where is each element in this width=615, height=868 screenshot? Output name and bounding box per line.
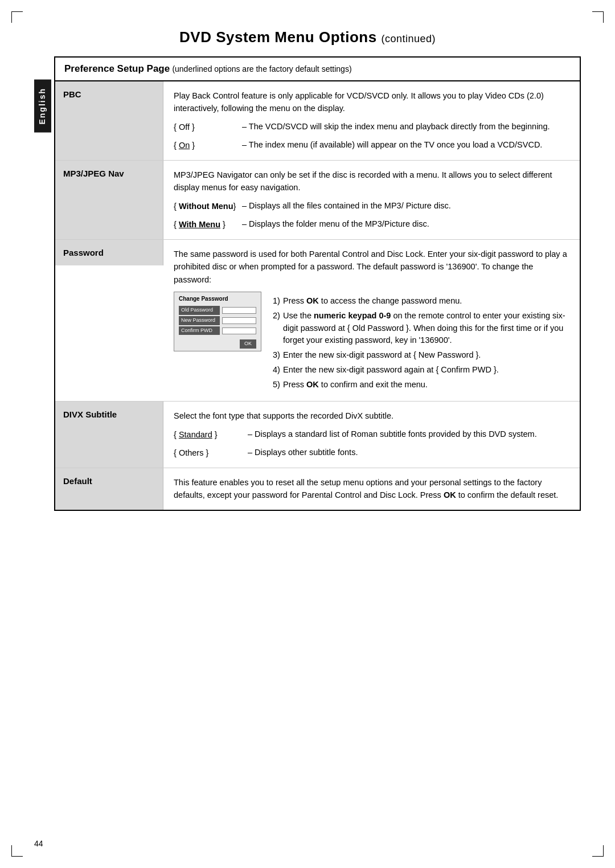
- pbc-sub-off: { Off } – The VCD/SVCD will skip the ind…: [174, 121, 569, 133]
- password-step-5: 5)Press OK to confirm and exit the menu.: [273, 379, 569, 391]
- option-label-password: Password: [55, 240, 163, 265]
- option-content-mp3jpeg: MP3/JPEG Navigator can only be set if th…: [163, 161, 580, 239]
- password-body: Change Password Old Password New Passwor…: [174, 292, 569, 393]
- option-row-divx: DIVX Subtitle Select the font type that …: [55, 402, 580, 468]
- password-ui-mock: Change Password Old Password New Passwor…: [174, 292, 261, 351]
- divx-sub-others: { Others } – Displays other subtitle fon…: [174, 447, 569, 459]
- option-row-pbc: PBC Play Back Control feature is only ap…: [55, 81, 580, 161]
- pwd-row-new: New Password: [179, 316, 256, 325]
- pbc-sub-on: { On } – The index menu (if available) w…: [174, 139, 569, 152]
- preference-header-title: Preference Setup Page: [64, 63, 170, 74]
- pbc-off-desc: – The VCD/SVCD will skip the index menu …: [242, 121, 569, 133]
- mp3jpeg-sub-without: { Without Menu} – Displays all the files…: [174, 200, 569, 212]
- mp3jpeg-sub-with: { With Menu } – Displays the folder menu…: [174, 218, 569, 231]
- password-step-1: 1)Press OK to access the change password…: [273, 295, 569, 308]
- corner-br: [592, 845, 604, 857]
- password-step-3: 3)Enter the new six-digit password at { …: [273, 349, 569, 362]
- page-title-continued: (continued): [381, 33, 436, 44]
- pwd-title: Change Password: [179, 294, 256, 304]
- option-content-password: The same password is used for both Paren…: [163, 240, 580, 402]
- mp3jpeg-description: MP3/JPEG Navigator can only be set if th…: [174, 169, 569, 194]
- standard-desc: – Displays a standard list of Roman subt…: [248, 428, 569, 441]
- pwd-row-confirm: Confirm PWD: [179, 326, 256, 335]
- without-menu-desc: – Displays all the files contained in th…: [242, 200, 569, 212]
- option-label-divx: DIVX Subtitle: [55, 402, 163, 467]
- preference-header: Preference Setup Page (underlined option…: [55, 58, 580, 81]
- content-area: PBC Play Back Control feature is only ap…: [55, 81, 580, 510]
- corner-tl: [11, 11, 23, 23]
- main-content-box: Preference Setup Page (underlined option…: [54, 56, 581, 511]
- option-label-pbc: PBC: [55, 81, 163, 160]
- password-steps: 1)Press OK to access the change password…: [273, 295, 569, 393]
- corner-tr: [592, 11, 604, 23]
- default-description: This feature enables you to reset all th…: [174, 476, 569, 502]
- option-label-default: Default: [55, 468, 163, 510]
- with-menu-desc: – Displays the folder menu of the MP3/Pi…: [242, 218, 569, 231]
- pbc-description: Play Back Control feature is only applic…: [174, 89, 569, 115]
- pbc-on-desc: – The index menu (if available) will app…: [242, 139, 569, 152]
- preference-header-subtitle: (underlined options are the factory defa…: [172, 64, 351, 73]
- page-number: 44: [34, 839, 43, 848]
- password-step-2: 2)Use the numeric keypad 0-9 on the remo…: [273, 310, 569, 347]
- option-row-password: Password The same password is used for b…: [55, 240, 580, 402]
- divx-sub-standard: { Standard } – Displays a standard list …: [174, 428, 569, 441]
- corner-bl: [11, 845, 23, 857]
- password-step-4: 4)Enter the new six-digit password again…: [273, 364, 569, 376]
- option-row-default: Default This feature enables you to rese…: [55, 468, 580, 510]
- others-desc: – Displays other subtitle fonts.: [248, 447, 569, 459]
- option-row-mp3jpeg: MP3/JPEG Nav MP3/JPEG Navigator can only…: [55, 161, 580, 240]
- option-content-pbc: Play Back Control feature is only applic…: [163, 81, 580, 160]
- page-container: DVD System Menu Options (continued) Engl…: [0, 0, 615, 868]
- option-label-mp3jpeg: MP3/JPEG Nav: [55, 161, 163, 239]
- pwd-row-old: Old Password: [179, 306, 256, 315]
- password-description: The same password is used for both Paren…: [174, 248, 569, 286]
- option-content-divx: Select the font type that supports the r…: [163, 402, 580, 467]
- divx-description: Select the font type that supports the r…: [174, 410, 569, 422]
- language-tab: English: [34, 80, 51, 133]
- option-content-default: This feature enables you to reset all th…: [163, 468, 580, 510]
- pwd-ok-button[interactable]: OK: [240, 339, 256, 349]
- page-title: DVD System Menu Options (continued): [34, 28, 581, 46]
